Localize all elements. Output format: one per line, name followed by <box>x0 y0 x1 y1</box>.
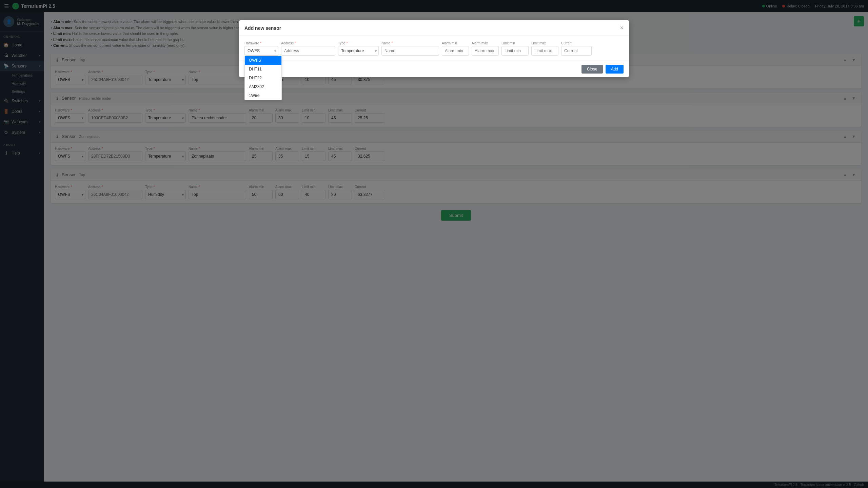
type-select[interactable]: Temperature Humidity <box>338 46 379 56</box>
limit-min-label: Limit min <box>501 41 529 45</box>
modal-title: Add new sensor <box>244 25 281 31</box>
name-label: Name * <box>381 41 439 45</box>
limit-max-input[interactable] <box>531 46 558 56</box>
hardware-option-1wire[interactable]: 1Wire <box>245 91 281 100</box>
modal-add-btn[interactable]: Add <box>606 65 624 74</box>
alarm-max-label: Alarm max <box>472 41 499 45</box>
address-label: Address * <box>281 41 335 45</box>
hardware-select-display[interactable]: OWFS ▾ <box>244 46 278 56</box>
limit-max-label: Limit max <box>531 41 558 45</box>
name-field-group: Name * <box>381 41 439 56</box>
alarm-min-label: Alarm min <box>442 41 469 45</box>
modal-overlay[interactable]: Add new sensor × Hardware * OWFS ▾ <box>0 0 868 488</box>
current-field-group: Current <box>561 41 592 56</box>
hardware-dropdown-arrow: ▾ <box>274 49 276 53</box>
hardware-field-group: Hardware * OWFS ▾ OWFS DHT11 DHT22 <box>244 41 278 56</box>
alarm-min-field-group: Alarm min <box>442 41 469 56</box>
hardware-option-owfs[interactable]: OWFS <box>245 56 281 65</box>
modal-footer: Close Add <box>239 61 629 77</box>
address-input[interactable] <box>281 46 335 56</box>
current-label: Current <box>561 41 592 45</box>
modal-body: Hardware * OWFS ▾ OWFS DHT11 DHT22 <box>239 36 629 61</box>
limit-min-input[interactable] <box>501 46 529 56</box>
current-input[interactable] <box>561 46 592 56</box>
alarm-max-input[interactable] <box>472 46 499 56</box>
modal-fields: Hardware * OWFS ▾ OWFS DHT11 DHT22 <box>244 41 624 56</box>
address-field-group: Address * <box>281 41 335 56</box>
type-field-group: Type * Temperature Humidity ▾ <box>338 41 379 56</box>
hardware-label: Hardware * <box>244 41 278 45</box>
alarm-max-field-group: Alarm max <box>472 41 499 56</box>
type-select-wrapper: Temperature Humidity ▾ <box>338 46 379 56</box>
name-input[interactable] <box>381 46 439 56</box>
hardware-dropdown-container: OWFS ▾ OWFS DHT11 DHT22 AM2302 1Wire <box>244 46 278 56</box>
type-label: Type * <box>338 41 379 45</box>
modal-close-btn[interactable]: Close <box>581 65 603 74</box>
hardware-option-dht22[interactable]: DHT22 <box>245 74 281 82</box>
hardware-option-am2302[interactable]: AM2302 <box>245 82 281 91</box>
add-sensor-modal: Add new sensor × Hardware * OWFS ▾ <box>239 20 629 77</box>
hardware-dropdown-menu: OWFS DHT11 DHT22 AM2302 1Wire <box>244 56 282 100</box>
limit-max-field-group: Limit max <box>531 41 558 56</box>
modal-header: Add new sensor × <box>239 20 629 36</box>
modal-close-button[interactable]: × <box>620 24 624 32</box>
hardware-option-dht11[interactable]: DHT11 <box>245 65 281 74</box>
limit-min-field-group: Limit min <box>501 41 529 56</box>
alarm-min-input[interactable] <box>442 46 469 56</box>
